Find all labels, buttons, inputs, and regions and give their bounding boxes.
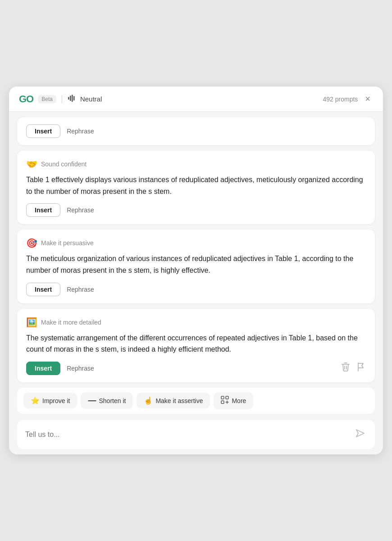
beta-badge: Beta [38,95,56,103]
svg-rect-2 [72,95,73,102]
prompts-count: 492 prompts [323,96,358,103]
delete-button[interactable] [341,362,351,375]
bottom-toolbar: ⭐ Improve it — Shorten it ☝️ Make it ass… [17,388,375,414]
card-3-rephrase-button[interactable]: Rephrase [65,362,96,375]
card-1-actions: Insert Rephrase [26,203,366,217]
tone-label: Neutral [80,95,102,103]
send-button[interactable] [353,427,367,442]
svg-rect-7 [226,396,228,399]
assertive-icon: ☝️ [144,396,153,405]
shorten-icon: — [88,396,96,405]
card-detailed: 🖼️ Make it more detailed The systematic … [17,309,375,382]
card-sound-confident: 🤝 Sound confident Table 1 effectively di… [17,151,375,224]
improve-icon: ⭐ [31,396,40,405]
sound-icon [68,95,76,104]
card-persuasive: 🎯 Make it persuasive The meticulous orga… [17,229,375,303]
card-2-actions: Insert Rephrase [26,283,366,296]
assertive-label: Make it assertive [155,397,203,404]
svg-rect-3 [73,96,75,101]
partial-rephrase-button[interactable]: Rephrase [65,125,96,138]
tell-us-input[interactable] [25,431,349,439]
card-2-header: 🎯 Make it persuasive [26,238,366,248]
card-2-label: Make it persuasive [41,239,94,247]
flag-button[interactable] [356,362,366,375]
main-panel: GO Beta Neutral 492 prompts × Insert Rep… [9,87,383,454]
close-button[interactable]: × [362,93,373,105]
more-label: More [232,397,246,404]
card-1-rephrase-button[interactable]: Rephrase [65,204,96,216]
card-2-icon: 🎯 [26,238,37,248]
content-area: Insert Rephrase 🤝 Sound confident Table … [9,112,383,454]
card-2-text: The meticulous organization of various i… [26,253,366,276]
shorten-label: Shorten it [99,397,126,404]
card-1-header: 🤝 Sound confident [26,159,366,170]
partial-insert-button[interactable]: Insert [26,124,60,138]
card-2-rephrase-button[interactable]: Rephrase [65,283,96,296]
card-3-actions: Insert Rephrase [26,362,366,375]
logo: GO [19,93,33,105]
card-3-text: The systematic arrangement of the differ… [26,332,366,355]
input-area [17,420,375,449]
svg-rect-6 [221,396,224,399]
partial-card-actions: Insert Rephrase [26,124,366,138]
more-button[interactable]: More [214,392,253,409]
card-3-header: 🖼️ Make it more detailed [26,317,366,328]
divider [62,95,62,103]
more-icon [221,396,229,406]
header: GO Beta Neutral 492 prompts × [9,87,383,112]
card-1-label: Sound confident [41,160,87,168]
improve-label: Improve it [42,397,70,404]
svg-rect-0 [68,97,69,100]
card-1-text: Table 1 effectively displays various ins… [26,174,366,197]
card-3-right-actions [341,362,366,375]
svg-rect-8 [221,401,224,403]
card-3-label: Make it more detailed [41,319,101,326]
improve-button[interactable]: ⭐ Improve it [23,393,77,408]
shorten-button[interactable]: — Shorten it [81,392,133,409]
card-1-insert-button[interactable]: Insert [26,203,60,217]
card-1-icon: 🤝 [26,159,37,170]
card-3-insert-button[interactable]: Insert [26,362,60,375]
card-2-insert-button[interactable]: Insert [26,283,60,296]
card-3-icon: 🖼️ [26,317,37,328]
card-partial: Insert Rephrase [17,117,375,145]
assertive-button[interactable]: ☝️ Make it assertive [137,393,210,408]
svg-rect-1 [70,96,71,101]
